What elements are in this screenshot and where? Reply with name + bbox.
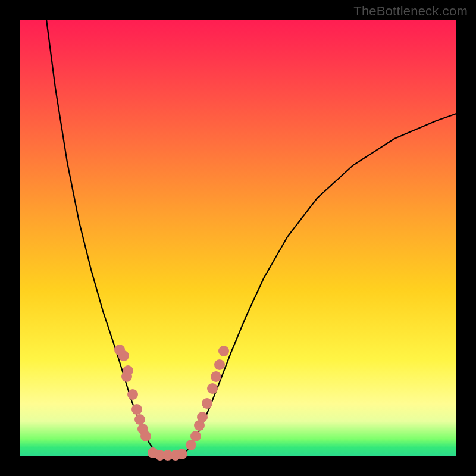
watermark-text: TheBottleneck.com: [353, 4, 468, 19]
data-marker: [218, 346, 229, 356]
data-marker: [211, 371, 221, 382]
data-marker: [140, 431, 151, 441]
data-marker: [131, 404, 142, 415]
data-marker: [214, 359, 225, 370]
data-marker: [114, 345, 125, 355]
data-marker: [127, 389, 138, 400]
bottleneck-curve: [46, 20, 456, 456]
curve-svg: [20, 20, 456, 456]
data-marker: [197, 412, 208, 422]
marker-group: [114, 345, 229, 461]
data-marker: [134, 414, 145, 425]
data-marker: [177, 449, 187, 459]
data-marker: [202, 398, 212, 409]
outer-frame: TheBottleneck.com: [0, 0, 476, 476]
plot-area: [20, 20, 456, 456]
data-marker: [121, 371, 132, 382]
data-marker: [190, 431, 201, 441]
data-marker: [207, 383, 218, 394]
